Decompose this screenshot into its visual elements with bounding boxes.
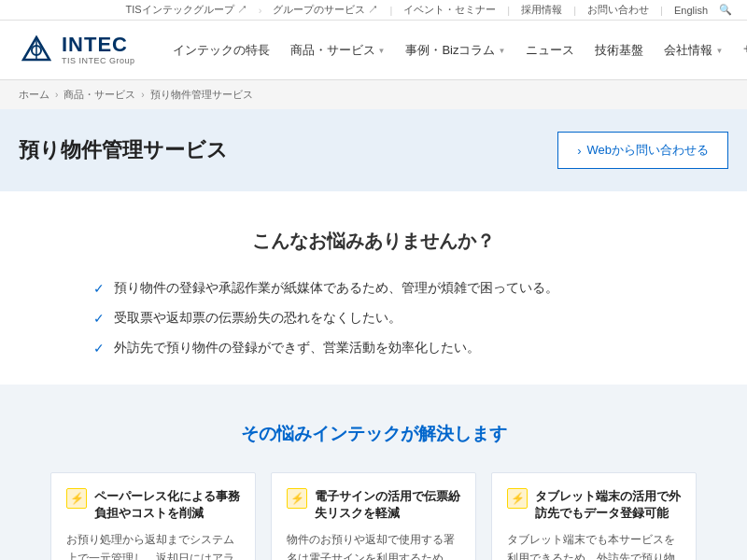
logo-text: INTEC TIS INTEC Group — [62, 34, 135, 65]
card-body-1: お預り処理から返却までシステム上で一元管理し、返却日にはアラート通知されるため、… — [66, 531, 240, 560]
problem-item-2: ✓ 受取票や返却票の伝票紛失の恐れをなくしたい。 — [93, 310, 654, 327]
nav-item-company[interactable]: 会社情報 ▼ — [655, 21, 732, 80]
sep3: | — [507, 5, 510, 16]
breadcrumb: ホーム › 商品・サービス › 預り物件管理サービス — [0, 80, 747, 109]
card-body-2: 物件のお預りや返却で使用する署名は電子サインを利用するため、伝票紛失リスクを軽減… — [287, 531, 460, 560]
problems-section: こんなお悩みありませんか？ ✓ 預り物件の登録や承認作業が紙媒体であるため、管理… — [0, 191, 747, 385]
nav-item-sustainability[interactable]: サステナビリティ ▼ — [734, 21, 747, 80]
logo-main-text: INTEC — [62, 34, 135, 56]
events-link[interactable]: イベント・セミナー — [403, 3, 496, 17]
nav-label-news: ニュース — [526, 42, 574, 59]
search-icon[interactable]: 🔍 — [719, 4, 732, 16]
chevron-products-icon: ▼ — [378, 47, 386, 55]
logo[interactable]: INTEC TIS INTEC Group — [19, 33, 135, 68]
chevron-cases-icon: ▼ — [499, 47, 506, 55]
nav-label-features: インテックの特長 — [173, 42, 270, 59]
breadcrumb-products[interactable]: 商品・サービス — [63, 88, 135, 102]
breadcrumb-sep1: › — [55, 90, 58, 100]
nav-label-products: 商品・サービス — [290, 42, 375, 59]
tis-group-link[interactable]: TISインテックグループ ↗ — [126, 3, 247, 17]
card-title-1: ペーパーレス化による事務負担やコストを削減 — [94, 488, 240, 522]
breadcrumb-current: 預り物件管理サービス — [150, 88, 253, 102]
card-header-2: ⚡ 電子サインの活用で伝票紛失リスクを軽減 — [287, 488, 460, 522]
card-body-3: タブレット端末でも本サービスを利用できるため、外訪先で預り物件をデータ登録できま… — [507, 531, 681, 560]
sep1: › — [259, 5, 262, 16]
english-link[interactable]: English — [674, 5, 708, 16]
breadcrumb-sep2: › — [141, 90, 144, 100]
solution-cards: ⚡ ペーパーレス化による事務負担やコストを削減 お預り処理から返却までシステム上… — [28, 472, 719, 560]
logo-sub-text: TIS INTEC Group — [62, 57, 135, 66]
main-nav: INTEC TIS INTEC Group インテックの特長 商品・サービス ▼… — [0, 21, 747, 80]
contact-chevron-icon: › — [577, 144, 581, 158]
problem-text-1: 預り物件の登録や承認作業が紙媒体であるため、管理が煩雑で困っている。 — [114, 280, 558, 297]
group-services-link[interactable]: グループのサービス ↗ — [273, 3, 378, 17]
solution-section: その悩みインテックが解決します ⚡ ペーパーレス化による事務負担やコストを削減 … — [0, 385, 747, 560]
contact-btn-label: Webから問い合わせる — [587, 142, 710, 159]
check-icon-2: ✓ — [93, 311, 105, 326]
solution-card-1: ⚡ ペーパーレス化による事務負担やコストを削減 お預り処理から返却までシステム上… — [50, 472, 256, 560]
page-title: 預り物件管理サービス — [19, 136, 228, 164]
card-header-3: ⚡ タブレット端末の活用で外訪先でもデータ登録可能 — [507, 488, 681, 522]
check-icon-3: ✓ — [93, 341, 105, 356]
nav-item-tech[interactable]: 技術基盤 — [585, 21, 653, 80]
problem-item-3: ✓ 外訪先で預り物件の登録ができず、営業活動を効率化したい。 — [93, 340, 654, 357]
nav-label-company: 会社情報 — [664, 42, 712, 59]
logo-icon — [19, 33, 54, 68]
nav-label-tech: 技術基盤 — [595, 42, 643, 59]
card-icon-3: ⚡ — [507, 488, 528, 509]
nav-label-cases: 事例・Bizコラム — [405, 42, 495, 59]
problem-item-1: ✓ 預り物件の登録や承認作業が紙媒体であるため、管理が煩雑で困っている。 — [93, 280, 654, 297]
sep5: | — [660, 5, 663, 16]
problem-text-2: 受取票や返却票の伝票紛失の恐れをなくしたい。 — [114, 310, 402, 327]
card-header-1: ⚡ ペーパーレス化による事務負担やコストを削減 — [66, 488, 240, 522]
card-icon-2: ⚡ — [287, 488, 307, 509]
solution-card-2: ⚡ 電子サインの活用で伝票紛失リスクを軽減 物件のお預りや返却で使用する署名は電… — [271, 472, 476, 560]
nav-item-features[interactable]: インテックの特長 — [163, 21, 279, 80]
check-icon-1: ✓ — [93, 281, 105, 296]
breadcrumb-home[interactable]: ホーム — [19, 88, 49, 102]
card-icon-1: ⚡ — [66, 488, 87, 509]
card-title-2: 電子サインの活用で伝票紛失リスクを軽減 — [315, 488, 460, 522]
contact-web-button[interactable]: › Webから問い合わせる — [557, 132, 728, 169]
sep4: | — [573, 5, 576, 16]
nav-item-news[interactable]: ニュース — [516, 21, 584, 80]
top-bar: TISインテックグループ ↗ › グループのサービス ↗ | イベント・セミナー… — [0, 0, 747, 21]
nav-item-products[interactable]: 商品・サービス ▼ — [281, 21, 395, 80]
problem-list: ✓ 預り物件の登録や承認作業が紙媒体であるため、管理が煩雑で困っている。 ✓ 受… — [93, 280, 654, 357]
nav-item-cases[interactable]: 事例・Bizコラム ▼ — [396, 21, 514, 80]
recruit-link[interactable]: 採用情報 — [521, 3, 562, 17]
problems-title: こんなお悩みありませんか？ — [56, 229, 691, 254]
nav-label-sustainability: サステナビリティ — [743, 42, 747, 59]
card-title-3: タブレット端末の活用で外訪先でもデータ登録可能 — [535, 488, 681, 522]
nav-items: インテックの特長 商品・サービス ▼ 事例・Bizコラム ▼ ニュース 技術基盤… — [163, 21, 747, 80]
solution-card-3: ⚡ タブレット端末の活用で外訪先でもデータ登録可能 タブレット端末でも本サービス… — [491, 472, 697, 560]
page-header: 預り物件管理サービス › Webから問い合わせる — [0, 109, 747, 191]
sep2: | — [389, 5, 392, 16]
solution-title: その悩みインテックが解決します — [28, 422, 719, 446]
chevron-company-icon: ▼ — [715, 47, 723, 55]
problem-text-3: 外訪先で預り物件の登録ができず、営業活動を効率化したい。 — [114, 340, 480, 357]
contact-top-link[interactable]: お問い合わせ — [587, 3, 649, 17]
